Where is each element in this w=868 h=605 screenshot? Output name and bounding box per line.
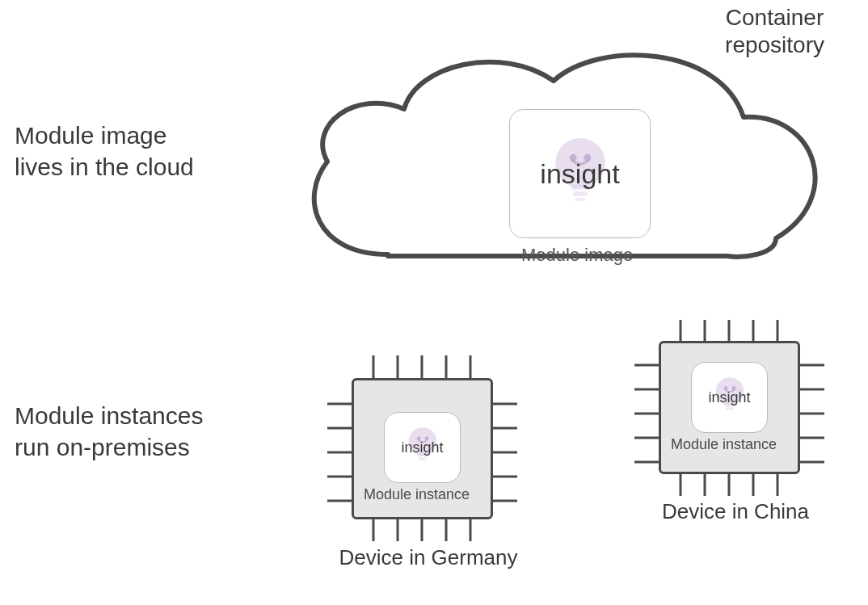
module-instance-tile-china: insight: [691, 362, 768, 433]
svg-rect-5: [575, 198, 585, 201]
module-image-word: insight: [540, 158, 619, 190]
module-image-caption: Module image: [521, 245, 633, 266]
svg-rect-55: [726, 407, 734, 410]
device-label-china: Device in China: [622, 499, 849, 524]
module-instance-caption-china: Module instance: [671, 436, 777, 453]
device-germany: insight Module instance Device in German…: [315, 347, 541, 590]
label-module-image-cloud: Module image lives in the cloud: [15, 120, 194, 183]
svg-rect-30: [419, 457, 427, 460]
module-instance-caption-germany: Module instance: [364, 486, 470, 503]
module-instance-tile-germany: insight: [384, 412, 461, 483]
device-china: insight Module instance Device in China: [622, 315, 849, 557]
module-instance-word-china: insight: [708, 389, 750, 406]
cloud-region: Container repository insight Module imag…: [291, 12, 857, 279]
label-module-instances-onprem: Module instances run on-premises: [15, 400, 203, 463]
module-instance-word-germany: insight: [401, 439, 443, 456]
device-label-germany: Device in Germany: [315, 545, 541, 570]
svg-rect-4: [573, 191, 588, 196]
module-image-tile: insight: [509, 109, 651, 238]
